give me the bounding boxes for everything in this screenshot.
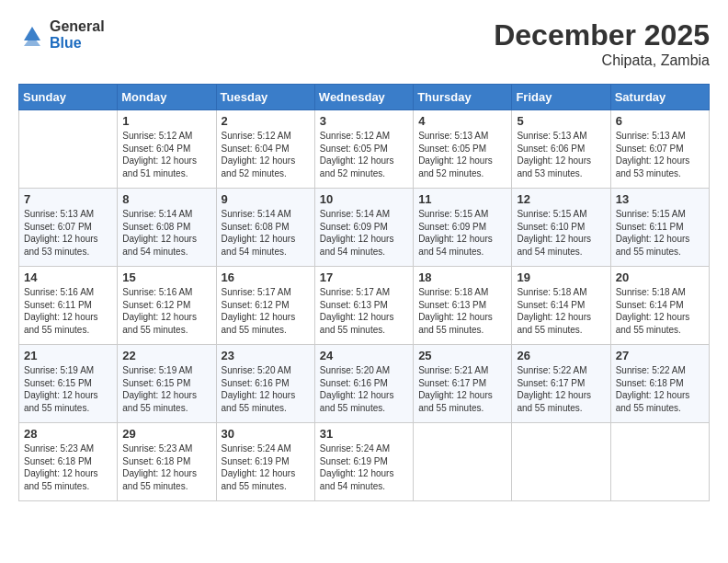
daylight: Daylight: 12 hours and 54 minutes.	[222, 234, 296, 257]
calendar-cell: 24 Sunrise: 5:20 AM Sunset: 6:16 PM Dayl…	[314, 345, 413, 423]
sunrise: Sunrise: 5:17 AM	[320, 287, 390, 297]
day-number: 12	[517, 192, 605, 206]
day-number: 24	[320, 349, 408, 362]
calendar-cell: 15 Sunrise: 5:16 AM Sunset: 6:12 PM Dayl…	[118, 267, 216, 345]
calendar-cell: 20 Sunrise: 5:18 AM Sunset: 6:14 PM Dayl…	[610, 267, 709, 345]
calendar-week-1: 1 Sunrise: 5:12 AM Sunset: 6:04 PM Dayli…	[19, 110, 710, 189]
calendar-cell: 30 Sunrise: 5:24 AM Sunset: 6:19 PM Dayl…	[216, 423, 314, 501]
day-number: 23	[222, 349, 310, 362]
daylight: Daylight: 12 hours and 52 minutes.	[320, 155, 394, 178]
sunrise: Sunrise: 5:13 AM	[616, 131, 686, 141]
sunset: Sunset: 6:10 PM	[517, 222, 585, 232]
daylight: Daylight: 12 hours and 55 minutes.	[24, 390, 98, 413]
daylight: Daylight: 12 hours and 54 minutes.	[320, 234, 394, 257]
sunset: Sunset: 6:16 PM	[320, 378, 388, 388]
sunrise: Sunrise: 5:18 AM	[616, 287, 686, 297]
day-number: 7	[24, 192, 112, 206]
day-info: Sunrise: 5:14 AM Sunset: 6:08 PM Dayligh…	[222, 208, 310, 258]
calendar-cell: 17 Sunrise: 5:17 AM Sunset: 6:13 PM Dayl…	[314, 267, 413, 345]
daylight: Daylight: 12 hours and 55 minutes.	[517, 312, 591, 335]
sunrise: Sunrise: 5:13 AM	[517, 131, 586, 141]
sunset: Sunset: 6:05 PM	[320, 144, 388, 154]
day-number: 21	[24, 349, 112, 362]
sunset: Sunset: 6:11 PM	[24, 300, 92, 310]
daylight: Daylight: 12 hours and 55 minutes.	[418, 312, 493, 335]
day-number: 10	[320, 192, 408, 206]
day-number: 31	[320, 427, 408, 441]
calendar-cell: 29 Sunrise: 5:23 AM Sunset: 6:18 PM Dayl…	[118, 423, 216, 501]
day-info: Sunrise: 5:18 AM Sunset: 6:14 PM Dayligh…	[616, 286, 704, 336]
calendar-cell: 14 Sunrise: 5:16 AM Sunset: 6:11 PM Dayl…	[19, 267, 118, 345]
calendar-cell: 8 Sunrise: 5:14 AM Sunset: 6:08 PM Dayli…	[118, 189, 216, 267]
sunrise: Sunrise: 5:14 AM	[320, 209, 390, 219]
calendar-cell: 6 Sunrise: 5:13 AM Sunset: 6:07 PM Dayli…	[610, 110, 709, 189]
sunrise: Sunrise: 5:18 AM	[517, 287, 586, 297]
calendar-cell	[610, 423, 709, 501]
calendar-cell: 26 Sunrise: 5:22 AM Sunset: 6:17 PM Dayl…	[512, 345, 610, 423]
logo-text: General Blue	[50, 18, 105, 51]
sunrise: Sunrise: 5:17 AM	[222, 287, 291, 297]
day-number: 27	[616, 349, 704, 362]
daylight: Daylight: 12 hours and 52 minutes.	[418, 155, 493, 178]
sunrise: Sunrise: 5:15 AM	[517, 209, 586, 219]
sunset: Sunset: 6:08 PM	[122, 222, 190, 232]
calendar-cell: 27 Sunrise: 5:22 AM Sunset: 6:18 PM Dayl…	[610, 345, 709, 423]
day-number: 18	[418, 270, 506, 284]
daylight: Daylight: 12 hours and 54 minutes.	[517, 234, 591, 257]
sunset: Sunset: 6:17 PM	[418, 378, 486, 388]
day-number: 6	[616, 114, 704, 128]
sunset: Sunset: 6:08 PM	[222, 222, 290, 232]
daylight: Daylight: 12 hours and 55 minutes.	[616, 312, 690, 335]
day-number: 30	[222, 427, 310, 441]
day-number: 13	[616, 192, 704, 206]
col-thursday: Thursday	[414, 85, 512, 110]
sunset: Sunset: 6:09 PM	[418, 222, 486, 232]
calendar-cell	[19, 110, 118, 189]
calendar-cell: 19 Sunrise: 5:18 AM Sunset: 6:14 PM Dayl…	[512, 267, 610, 345]
calendar-cell: 31 Sunrise: 5:24 AM Sunset: 6:19 PM Dayl…	[314, 423, 413, 501]
day-number: 3	[320, 114, 408, 128]
logo-icon	[18, 21, 46, 49]
sunset: Sunset: 6:17 PM	[517, 378, 585, 388]
sunset: Sunset: 6:06 PM	[517, 144, 585, 154]
day-info: Sunrise: 5:24 AM Sunset: 6:19 PM Dayligh…	[222, 442, 310, 492]
day-info: Sunrise: 5:16 AM Sunset: 6:12 PM Dayligh…	[122, 286, 210, 336]
sunset: Sunset: 6:16 PM	[222, 378, 290, 388]
day-info: Sunrise: 5:23 AM Sunset: 6:18 PM Dayligh…	[24, 442, 112, 492]
calendar-cell: 9 Sunrise: 5:14 AM Sunset: 6:08 PM Dayli…	[216, 189, 314, 267]
daylight: Daylight: 12 hours and 55 minutes.	[616, 234, 690, 257]
sunrise: Sunrise: 5:19 AM	[122, 365, 192, 375]
sunrise: Sunrise: 5:23 AM	[122, 443, 192, 454]
sunrise: Sunrise: 5:24 AM	[222, 443, 291, 454]
sunrise: Sunrise: 5:20 AM	[222, 365, 291, 375]
day-info: Sunrise: 5:12 AM Sunset: 6:05 PM Dayligh…	[320, 130, 408, 179]
daylight: Daylight: 12 hours and 55 minutes.	[320, 390, 394, 413]
daylight: Daylight: 12 hours and 55 minutes.	[222, 390, 296, 413]
calendar-cell: 22 Sunrise: 5:19 AM Sunset: 6:15 PM Dayl…	[118, 345, 216, 423]
day-number: 19	[517, 270, 605, 284]
daylight: Daylight: 12 hours and 54 minutes.	[320, 468, 394, 491]
day-number: 16	[222, 270, 310, 284]
day-info: Sunrise: 5:13 AM Sunset: 6:05 PM Dayligh…	[418, 130, 506, 179]
calendar-cell: 21 Sunrise: 5:19 AM Sunset: 6:15 PM Dayl…	[19, 345, 118, 423]
calendar-cell: 28 Sunrise: 5:23 AM Sunset: 6:18 PM Dayl…	[19, 423, 118, 501]
day-info: Sunrise: 5:20 AM Sunset: 6:16 PM Dayligh…	[320, 364, 408, 414]
daylight: Daylight: 12 hours and 55 minutes.	[616, 390, 690, 413]
sunrise: Sunrise: 5:16 AM	[122, 287, 192, 297]
day-number: 11	[418, 192, 506, 206]
sunrise: Sunrise: 5:12 AM	[320, 131, 390, 141]
daylight: Daylight: 12 hours and 54 minutes.	[122, 234, 197, 257]
sunrise: Sunrise: 5:24 AM	[320, 443, 390, 454]
daylight: Daylight: 12 hours and 52 minutes.	[222, 155, 296, 178]
day-info: Sunrise: 5:19 AM Sunset: 6:15 PM Dayligh…	[24, 364, 112, 414]
sunset: Sunset: 6:13 PM	[418, 300, 486, 310]
daylight: Daylight: 12 hours and 53 minutes.	[517, 155, 591, 178]
sunset: Sunset: 6:12 PM	[222, 300, 290, 310]
calendar-header-row: Sunday Monday Tuesday Wednesday Thursday…	[19, 85, 710, 110]
calendar-cell: 11 Sunrise: 5:15 AM Sunset: 6:09 PM Dayl…	[414, 189, 512, 267]
page-header: General Blue December 2025 Chipata, Zamb…	[18, 18, 710, 69]
day-info: Sunrise: 5:23 AM Sunset: 6:18 PM Dayligh…	[122, 442, 210, 492]
day-number: 25	[418, 349, 506, 362]
sunrise: Sunrise: 5:22 AM	[616, 365, 686, 375]
col-monday: Monday	[118, 85, 216, 110]
